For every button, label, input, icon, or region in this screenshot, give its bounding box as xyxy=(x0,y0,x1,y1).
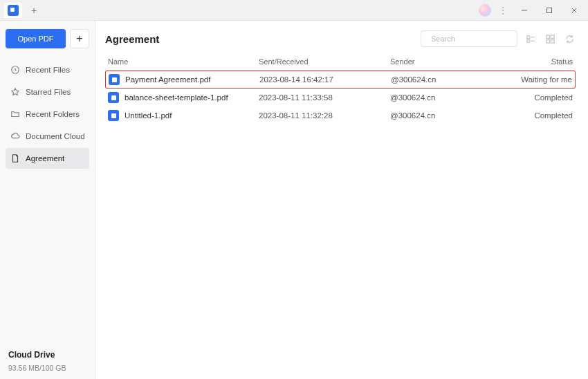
sidebar-nav: Recent Files Starred Files Recent Folder… xyxy=(6,59,89,169)
pdf-file-icon xyxy=(108,110,119,121)
close-icon xyxy=(571,7,578,14)
svg-rect-1 xyxy=(547,8,552,12)
sidebar-item-label: Recent Folders xyxy=(26,110,80,118)
cell-status: Completed xyxy=(504,93,573,102)
user-avatar-icon[interactable] xyxy=(479,4,491,17)
window-minimize-button[interactable] xyxy=(515,3,534,18)
cloud-drive-title: Cloud Drive xyxy=(8,350,86,360)
clock-icon xyxy=(10,65,20,75)
cell-sender: @300624.cn xyxy=(390,111,504,120)
window-maximize-button[interactable] xyxy=(540,3,559,18)
folder-icon xyxy=(10,109,20,120)
column-header-sent[interactable]: Sent/Received xyxy=(259,57,390,66)
agreement-table: Name Sent/Received Sender Status Payment… xyxy=(105,53,576,124)
search-box[interactable] xyxy=(421,30,517,47)
view-grid-button[interactable] xyxy=(544,33,556,45)
svg-rect-13 xyxy=(546,39,549,43)
main-content: Agreement Name Sent/Recei xyxy=(95,21,588,379)
search-input[interactable] xyxy=(431,35,526,43)
table-header: Name Sent/Received Sender Status xyxy=(105,53,576,71)
sidebar-footer: Cloud Drive 93.56 MB/100 GB xyxy=(6,346,89,373)
cell-name: Payment Agreement.pdf xyxy=(109,74,259,85)
cell-name: Untitled-1.pdf xyxy=(108,110,259,121)
svg-rect-7 xyxy=(526,35,529,38)
svg-rect-8 xyxy=(526,39,529,42)
cell-sent: 2023-08-11 11:32:28 xyxy=(259,111,390,120)
cell-sender: @300624.cn xyxy=(390,93,504,102)
refresh-button[interactable] xyxy=(563,33,576,45)
open-pdf-button[interactable]: Open PDF xyxy=(6,29,66,48)
sidebar-item-label: Document Cloud xyxy=(26,132,85,140)
kebab-menu-button[interactable]: ⋮ xyxy=(497,5,509,16)
sidebar-item-recent-folders[interactable]: Recent Folders xyxy=(6,104,89,124)
star-icon xyxy=(10,87,20,98)
column-header-sender[interactable]: Sender xyxy=(390,57,504,66)
table-row[interactable]: Payment Agreement.pdf2023-08-14 16:42:17… xyxy=(105,71,576,89)
sidebar-item-recent-files[interactable]: Recent Files xyxy=(6,59,89,80)
document-icon xyxy=(10,154,20,164)
window-close-button[interactable] xyxy=(564,3,584,18)
sidebar-item-label: Recent Files xyxy=(26,66,70,74)
cell-sender: @300624.cn xyxy=(391,75,503,84)
column-header-status[interactable]: Status xyxy=(504,57,573,66)
svg-rect-12 xyxy=(551,35,554,38)
page-title: Agreement xyxy=(105,33,159,45)
app-logo-icon xyxy=(8,5,19,16)
cloud-drive-usage: 93.56 MB/100 GB xyxy=(8,364,86,372)
cell-status: Completed xyxy=(504,111,573,120)
table-row[interactable]: Untitled-1.pdf2023-08-11 11:32:28@300624… xyxy=(105,107,576,124)
svg-rect-14 xyxy=(551,39,554,43)
file-name: Payment Agreement.pdf xyxy=(125,75,210,84)
sidebar: Open PDF + Recent Files Starred Files xyxy=(0,21,95,379)
cloud-icon xyxy=(10,131,20,142)
column-header-name[interactable]: Name xyxy=(108,57,259,66)
cell-sent: 2023-08-14 16:42:17 xyxy=(259,75,391,84)
pdf-file-icon xyxy=(108,92,119,103)
cell-name: balance-sheet-template-1.pdf xyxy=(108,92,259,103)
pdf-file-icon xyxy=(109,74,120,85)
sidebar-item-label: Starred Files xyxy=(26,88,71,96)
view-list-button[interactable] xyxy=(524,33,537,45)
cell-status: Waiting for me xyxy=(503,75,572,84)
maximize-icon xyxy=(546,7,553,14)
table-row[interactable]: balance-sheet-template-1.pdf2023-08-11 1… xyxy=(105,89,576,107)
file-name: Untitled-1.pdf xyxy=(125,111,172,120)
titlebar: + ⋮ xyxy=(0,0,588,21)
sidebar-item-document-cloud[interactable]: Document Cloud xyxy=(6,126,89,147)
minimize-icon xyxy=(521,7,528,14)
cell-sent: 2023-08-11 11:33:58 xyxy=(259,93,390,102)
svg-rect-11 xyxy=(546,35,549,38)
sidebar-item-agreement[interactable]: Agreement xyxy=(6,148,89,169)
file-name: balance-sheet-template-1.pdf xyxy=(125,93,228,102)
sidebar-item-starred-files[interactable]: Starred Files xyxy=(6,82,89,102)
app-logo-tab[interactable] xyxy=(4,3,22,18)
plus-icon: + xyxy=(31,5,37,16)
sidebar-item-label: Agreement xyxy=(26,154,64,163)
add-button[interactable]: + xyxy=(70,29,89,48)
new-tab-button[interactable]: + xyxy=(26,3,42,18)
